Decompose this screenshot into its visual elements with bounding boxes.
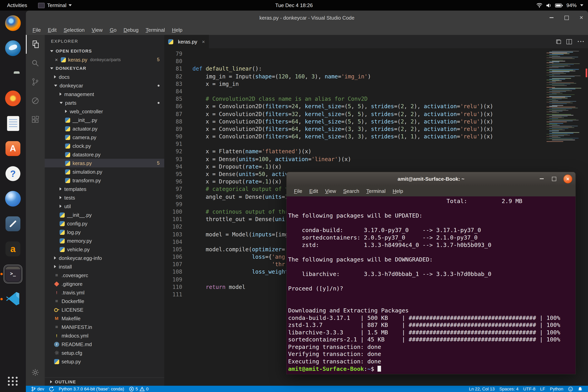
dock-item-libreoffice-writer[interactable] — [4, 114, 22, 132]
terminal-menu-search[interactable]: Search — [340, 188, 363, 194]
code-line-91[interactable]: 91 — [164, 140, 544, 148]
python-interpreter[interactable]: Python 3.7.0 64-bit ('base': conda) — [56, 386, 126, 391]
tree-item-readme-md[interactable]: iREADME.md — [45, 340, 164, 348]
tab-keras-py[interactable]: keras.py — [164, 35, 209, 48]
cursor-position[interactable]: Ln 22, Col 13 — [467, 386, 497, 391]
more-actions-icon[interactable] — [578, 38, 585, 45]
dock-item-amazon[interactable]: a — [4, 240, 22, 258]
tree-item-manifest-in[interactable]: ≡MANIFEST.in — [45, 322, 164, 331]
dock-item-help[interactable]: ? — [4, 165, 22, 183]
menu-file[interactable]: File — [29, 27, 44, 33]
terminal-titlebar[interactable]: amit@amit-Surface-Book: ~ — [286, 172, 576, 186]
encoding-indicator[interactable]: UTF-8 — [521, 386, 538, 391]
notifications-bell-icon[interactable] — [576, 386, 585, 392]
maximize-button[interactable] — [564, 15, 569, 20]
tree-item-donkeycar-egg-info[interactable]: donkeycar.egg-info — [45, 254, 164, 262]
tree-item-clock-py[interactable]: clock.py — [45, 142, 164, 150]
tree-item--init-py[interactable]: __init__.py — [45, 116, 164, 124]
eol-indicator[interactable]: LF — [538, 386, 548, 391]
close-button[interactable] — [578, 15, 584, 20]
tree-item--gitignore[interactable]: .gitignore — [45, 280, 164, 288]
tree-item-makefile[interactable]: MMakefile — [45, 314, 164, 322]
tree-item-setup-cfg[interactable]: setup.cfg — [45, 348, 164, 357]
dock-item-rhythmbox[interactable] — [4, 90, 22, 108]
menu-help[interactable]: Help — [168, 27, 186, 33]
code-line-92[interactable]: 92 x = Flatten(name='flattened')(x) — [164, 148, 544, 156]
tree-item-donkeycar[interactable]: donkeycar — [45, 81, 164, 90]
sync-button[interactable] — [47, 386, 56, 392]
tree-item-mkdocs-yml[interactable]: !mkdocs.yml — [45, 331, 164, 340]
terminal-menu-edit[interactable]: Edit — [306, 188, 322, 194]
focused-app-menu[interactable]: Terminal — [38, 2, 72, 8]
open-editor-item[interactable]: keras.py donkeycar/parts 5 — [45, 55, 164, 64]
problems-indicator[interactable]: 5 0 — [126, 386, 151, 392]
tree-item-web-controller[interactable]: web_controller — [45, 107, 164, 116]
source-control-icon[interactable] — [26, 72, 45, 91]
close-icon[interactable] — [55, 57, 58, 62]
tree-item-parts[interactable]: parts — [45, 98, 164, 107]
dock-item-files[interactable] — [4, 64, 22, 82]
code-line-93[interactable]: 93 x = Dense(units=100, activation='line… — [164, 156, 544, 163]
indentation-indicator[interactable]: Spaces: 4 — [497, 386, 521, 391]
tree-item-setup-py[interactable]: setup.py — [45, 357, 164, 366]
code-line-89[interactable]: 89 x = Convolution2D(filters=64, kernel_… — [164, 126, 544, 133]
terminal-menu-terminal[interactable]: Terminal — [363, 188, 389, 194]
dock-item-text-editor[interactable] — [4, 215, 22, 233]
code-line-86[interactable]: 86 x = Convolution2D(filters=24, kernel_… — [164, 103, 544, 110]
terminal-menu-help[interactable]: Help — [389, 188, 407, 194]
menu-debug[interactable]: Debug — [120, 27, 142, 33]
minimize-button[interactable] — [549, 15, 554, 20]
menu-view[interactable]: View — [88, 27, 106, 33]
tree-item-camera-py[interactable]: camera.py — [45, 133, 164, 142]
tree-item--coveragerc[interactable]: ≡.coveragerc — [45, 271, 164, 280]
code-line-79[interactable]: 79 — [164, 50, 544, 58]
close-button[interactable] — [563, 174, 572, 183]
open-editors-header[interactable]: OPEN EDITORS — [45, 47, 164, 55]
code-line-88[interactable]: 88 x = Convolution2D(filters=64, kernel_… — [164, 118, 544, 125]
tree-item-license[interactable]: LICENSE — [45, 305, 164, 314]
tree-item-util[interactable]: util — [45, 202, 164, 210]
dock-item-ubuntu-software[interactable]: A — [4, 140, 22, 158]
outline-header[interactable]: OUTLINE — [45, 378, 164, 386]
terminal-output[interactable]: Total: 2.9 MBThe following packages will… — [286, 196, 576, 374]
feedback-smiley-icon[interactable] — [566, 386, 576, 392]
tree-item-docs[interactable]: docs — [45, 72, 164, 81]
menu-edit[interactable]: Edit — [44, 27, 60, 33]
code-line-83[interactable]: 83 x = img_in — [164, 80, 544, 88]
code-line-82[interactable]: 82 img_in = Input(shape=(120, 160, 3), n… — [164, 73, 544, 80]
clock[interactable]: Tue Dec 4 18:26 — [0, 2, 588, 8]
vscode-titlebar[interactable]: keras.py - donkeycar - Visual Studio Cod… — [26, 10, 588, 25]
tree-item-transform-py[interactable]: transform.py — [45, 176, 164, 185]
tree-item-vehicle-py[interactable]: vehicle.py — [45, 245, 164, 254]
code-line-84[interactable]: 84 — [164, 88, 544, 95]
tree-item-management[interactable]: management — [45, 90, 164, 98]
debug-icon[interactable] — [26, 91, 45, 110]
tree-item-keras-py[interactable]: keras.py5 — [45, 159, 164, 168]
code-line-80[interactable]: 80 — [164, 58, 544, 65]
dock-item-thunderbird[interactable] — [4, 39, 22, 57]
activities-button[interactable]: Activities — [5, 2, 30, 8]
tree-item-simulation-py[interactable]: simulation.py — [45, 168, 164, 176]
minimap[interactable] — [546, 50, 582, 142]
code-line-94[interactable]: 94 x = Dropout(rate=.1)(x) — [164, 163, 544, 170]
tree-item-datastore-py[interactable]: datastore.py — [45, 150, 164, 159]
tree-item-log-py[interactable]: log.py — [45, 228, 164, 236]
tree-item-actuator-py[interactable]: actuator.py — [45, 124, 164, 133]
terminal-menu-view[interactable]: View — [322, 188, 340, 194]
menu-terminal[interactable]: Terminal — [142, 27, 168, 33]
tree-item-install[interactable]: install — [45, 262, 164, 271]
tree-item-templates[interactable]: templates — [45, 185, 164, 193]
terminal-menu-file[interactable]: File — [290, 188, 306, 194]
tree-item-config-py[interactable]: config.py — [45, 219, 164, 228]
dock-item-chromium[interactable] — [4, 190, 22, 208]
tree-item-dockerfile[interactable]: ≡Dockerfile — [45, 297, 164, 305]
code-line-90[interactable]: 90 x = Convolution2D(filters=64, kernel_… — [164, 133, 544, 140]
dock-item-terminal[interactable]: >_ — [4, 265, 22, 283]
split-editor-icon[interactable] — [566, 39, 572, 44]
open-changes-icon[interactable] — [556, 40, 561, 44]
explorer-icon[interactable] — [26, 35, 45, 54]
tree-item--init-py[interactable]: __init__.py — [45, 210, 164, 219]
tree-item-tests[interactable]: tests — [45, 193, 164, 202]
tree-item-memory-py[interactable]: memory.py — [45, 236, 164, 245]
dock-item-firefox[interactable] — [4, 14, 22, 32]
